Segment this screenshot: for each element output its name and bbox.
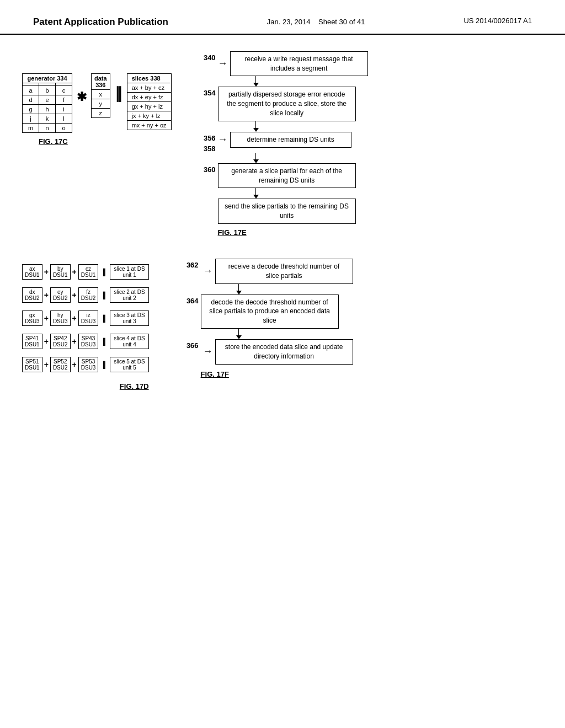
slice-eq-5: mx + ny + oz [127,120,171,130]
patent-title: Patent Application Publication [33,17,168,27]
step-364-row: 364 decode the decode threshold number o… [171,295,339,329]
gen-row-4: j k l [23,114,72,123]
fig17e-label: FIG. 17E [218,228,247,237]
s4-sp42-dsu2: SP42DSU2 [50,334,71,349]
slice-2-row: dxDSU2 + eyDSU2 + fzDSU2 ∥ slice 2 at DS… [22,287,149,303]
connector-3 [253,153,259,163]
fig17d-container: axDSU1 + byDSU1 + czDSU1 ∥ slice 1 at DS… [22,264,149,390]
step-366-number: 366 [186,341,199,350]
arrow-right-340: → [216,58,230,69]
page-header: Patent Application Publication Jan. 23, … [0,0,565,35]
data-header: data336 [92,73,110,89]
bottom-figures: axDSU1 + byDSU1 + czDSU1 ∥ slice 1 at DS… [22,259,543,390]
step-360-row: 360 generate a slice partial for each of… [188,163,356,189]
gen-row-1: a b c [23,85,72,95]
step-340-row: 340 → receive a write request message th… [188,51,368,77]
step-366-box: store the encoded data slice and update … [215,339,353,365]
s1-by-dsu1: byDSU1 [50,264,71,280]
s4-sp41-dsu1: SP41DSU1 [22,334,42,349]
slices-header: slices 338 [127,73,171,83]
gen-row-5: m n o [23,123,72,132]
s3-hy-dsu3: hyDSU3 [50,311,71,326]
step-354-box: partially dispersed storage error encode… [218,87,356,121]
connector-f2 [236,329,242,339]
fig17f-label-area: FIG. 17F [201,370,229,378]
s3-gx-dsu3: gxDSU3 [22,311,42,326]
fig17f-container: 362 → receive a decode threshold number … [154,259,543,378]
step-360-box: generate a slice partial for each of the… [218,163,356,189]
step-340-box: receive a write request message that inc… [230,51,368,77]
connector-4 [253,188,259,199]
pub-date: Jan. 23, 2014 [267,18,311,26]
slices-table: slices 338 ax + by + cz dx + ey + fz gx … [127,73,172,130]
gen-row-3: g h i [23,104,72,114]
step-354-number: 354 [204,89,216,97]
step-358-box: determine remaining DS units [230,132,351,148]
s2-ey-dsu2: eyDSU2 [50,287,71,303]
step-362-row: 362 → receive a decode threshold number … [171,259,353,284]
connector-f1 [236,284,242,295]
multiply-icon: ✱ [74,73,89,104]
step-360-number: 360 [204,165,216,174]
data-row-2: y [92,99,110,108]
s5-sp51-dsu1: SP51DSU1 [22,357,42,372]
s1-cz-dsu1: czDSU1 [78,264,99,280]
s5-result: slice 5 at DSunit 5 [110,357,148,372]
arrow-right-366: → [201,346,215,357]
fig17f-label: FIG. 17F [201,370,229,378]
parallel-lines-icon: ∥ [113,73,125,103]
fig17f-flow: 362 → receive a decode threshold number … [171,259,353,378]
s2-result: slice 2 at DSunit 2 [110,287,148,303]
s3-iz-dsu3: izDSU3 [78,311,99,326]
step-364-number: 364 [186,297,199,305]
main-content: generator 334 a b c [0,35,565,407]
s4-sp43-dsu3: SP43DSU3 [78,334,99,349]
step-364-box: decode the decode threshold number of sl… [201,295,339,329]
arrow-right-362: → [201,265,215,277]
step-340-number: 340 [204,53,216,62]
slice-eq-2: dx + ey + fz [127,92,171,101]
fig17e-container: 340 → receive a write request message th… [183,51,543,237]
generator-table: generator 334 a b c [22,73,72,133]
fig17c-container: generator 334 a b c [22,73,172,146]
header-right: US 2014/0026017 A1 [463,17,532,25]
data-table: data336 x y z [91,73,110,118]
s3-result: slice 3 at DSunit 3 [110,311,148,326]
gen-row-2: d e f [23,95,72,104]
step-366-row: 366 → store the encoded data slice and u… [171,339,353,365]
s5-sp53-dsu3: SP53DSU3 [78,357,99,372]
s1-ax-dsu1: axDSU1 [22,264,42,280]
sheet-info: Sheet 30 of 41 [318,18,365,26]
step-356-number: 356 [204,134,216,142]
step-send-box: send the slice partials to the remaining… [218,199,356,224]
data-row-3: z [92,108,110,117]
fig17c-label: FIG. 17C [39,137,68,146]
step-354-row: 354 partially dispersed storage error en… [188,87,356,121]
patent-number: US 2014/0026017 A1 [463,17,532,25]
data-row-1: x [92,89,110,99]
fig17e-label-area: FIG. 17E [218,228,247,237]
connector-1 [253,76,259,87]
step-362-box: receive a decode threshold number of sli… [215,259,353,284]
connector-2 [253,121,259,132]
step-send-row: send the slice partials to the remaining… [188,199,356,224]
s2-dx-dsu2: dxDSU2 [22,287,42,303]
slice-5-row: SP51DSU1 + SP52DSU2 + SP53DSU3 ∥ slice 5… [22,357,149,372]
slice-eq-4: jx + ky + lz [127,111,171,120]
generator-header: generator 334 [23,73,72,83]
fig17c-tables: generator 334 a b c [22,73,172,133]
slice-4-row: SP41DSU1 + SP42DSU2 + SP43DSU3 ∥ slice 4… [22,334,149,349]
slice-3-row: gxDSU3 + hyDSU3 + izDSU3 ∥ slice 3 at DS… [22,311,149,326]
s4-result: slice 4 at DSunit 4 [110,334,148,349]
top-figures: generator 334 a b c [22,51,543,237]
step-362-number: 362 [186,261,199,269]
header-center: Jan. 23, 2014 Sheet 30 of 41 [267,17,365,28]
header-title: Patent Application Publication [33,17,168,28]
slice-eq-3: gx + hy + iz [127,101,171,111]
fig17d-label: FIG. 17D [120,382,149,390]
step-358-number: 358 [204,144,216,153]
step-356-358-row: 356 358 → determine remaining DS units [188,132,351,153]
s5-sp52-dsu2: SP52DSU2 [50,357,71,372]
arrow-right-358: → [218,134,228,146]
slice-eq-1: ax + by + cz [127,83,171,92]
